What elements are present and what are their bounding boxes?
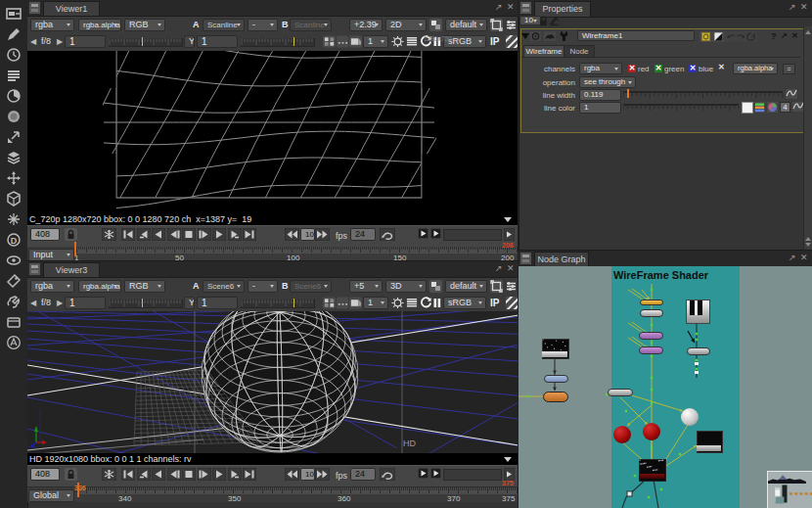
svg-text:HD: HD — [403, 439, 416, 448]
svg-text:D: D — [11, 236, 18, 246]
